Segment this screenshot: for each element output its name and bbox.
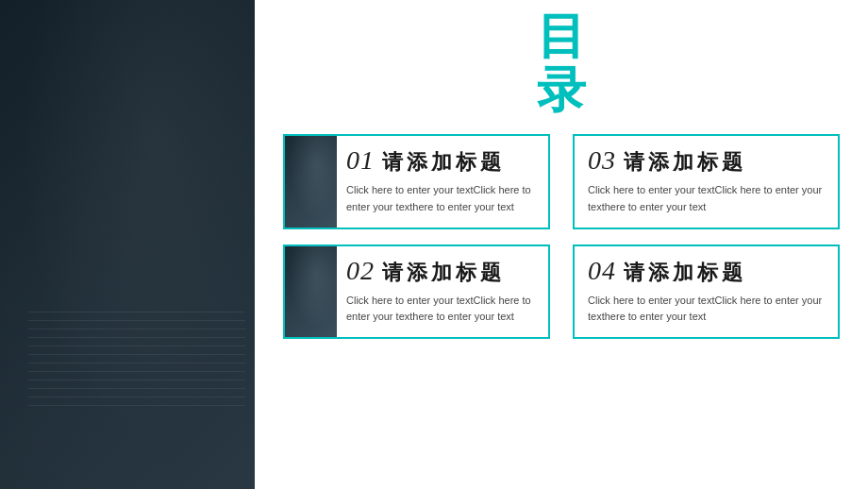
card-03-header: 03 请添加标题	[588, 145, 825, 177]
card-01-image	[285, 136, 337, 227]
card-02: 02 请添加标题 Click here to enter your textCl…	[283, 244, 550, 339]
card-01-body[interactable]: Click here to enter your textClick here …	[346, 182, 535, 215]
card-02-image-inner	[285, 246, 337, 337]
panel-dark-overlay	[0, 0, 255, 489]
card-02-number: 02	[346, 256, 375, 286]
card-01-image-inner	[285, 136, 337, 227]
card-01-header: 01 请添加标题	[346, 145, 535, 177]
cards-grid: 01 请添加标题 Click here to enter your textCl…	[283, 134, 840, 338]
card-04-body[interactable]: Click here to enter your textClick here …	[588, 293, 825, 326]
card-02-title[interactable]: 请添加标题	[382, 259, 505, 287]
card-01-title[interactable]: 请添加标题	[382, 148, 505, 177]
title-char-1: 目	[537, 9, 586, 63]
card-04: 04 请添加标题 Click here to enter your textCl…	[573, 244, 840, 339]
card-02-body[interactable]: Click here to enter your textClick here …	[346, 293, 535, 326]
card-03-title[interactable]: 请添加标题	[624, 148, 746, 177]
card-03-body[interactable]: Click here to enter your textClick here …	[588, 182, 825, 215]
card-01-number: 01	[346, 145, 375, 176]
card-02-content: 02 请添加标题 Click here to enter your textCl…	[337, 246, 548, 337]
left-image-panel	[0, 0, 255, 489]
card-04-title[interactable]: 请添加标题	[624, 259, 746, 287]
panel-decorative-lines	[28, 312, 245, 413]
title-section: 目 录	[537, 9, 586, 117]
card-01: 01 请添加标题 Click here to enter your textCl…	[283, 134, 550, 228]
card-03-number: 03	[588, 145, 616, 176]
card-02-image	[285, 246, 337, 337]
card-01-content: 01 请添加标题 Click here to enter your textCl…	[337, 136, 548, 227]
title-char-2: 录	[537, 63, 586, 117]
card-02-header: 02 请添加标题	[346, 256, 535, 287]
right-content-panel: 目 录 01 请添加标题 Click here to enter your te…	[255, 0, 868, 489]
card-03: 03 请添加标题 Click here to enter your textCl…	[573, 134, 840, 228]
card-04-number: 04	[588, 256, 616, 286]
card-04-header: 04 请添加标题	[588, 256, 825, 287]
